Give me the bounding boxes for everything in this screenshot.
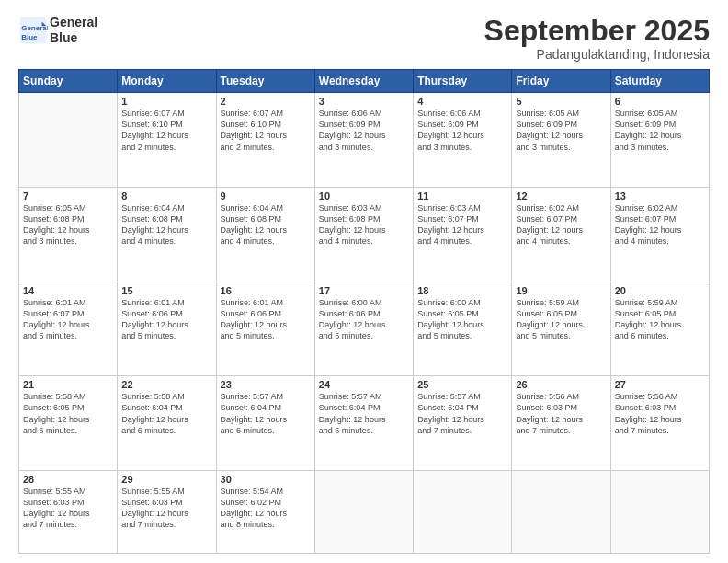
day-number: 18 (417, 285, 507, 296)
day-number: 15 (121, 285, 211, 296)
day-number: 7 (23, 190, 113, 201)
day-detail: Sunrise: 6:03 AM Sunset: 6:07 PM Dayligh… (417, 202, 507, 247)
calendar-cell (414, 471, 512, 554)
calendar-cell: 5Sunrise: 6:05 AM Sunset: 6:09 PM Daylig… (512, 93, 610, 188)
day-number: 4 (417, 96, 507, 107)
day-detail: Sunrise: 5:58 AM Sunset: 6:04 PM Dayligh… (121, 391, 211, 436)
day-detail: Sunrise: 6:05 AM Sunset: 6:08 PM Dayligh… (23, 202, 113, 247)
day-number: 27 (615, 379, 705, 390)
day-number: 26 (516, 379, 606, 390)
day-number: 30 (221, 474, 311, 485)
day-number: 3 (319, 96, 409, 107)
day-number: 10 (319, 190, 409, 201)
calendar-cell: 21Sunrise: 5:58 AM Sunset: 6:05 PM Dayli… (19, 376, 118, 471)
calendar-cell: 17Sunrise: 6:00 AM Sunset: 6:06 PM Dayli… (314, 282, 413, 376)
calendar-week-row: 14Sunrise: 6:01 AM Sunset: 6:07 PM Dayli… (19, 282, 710, 376)
day-number: 6 (615, 96, 705, 107)
day-detail: Sunrise: 6:06 AM Sunset: 6:09 PM Dayligh… (319, 108, 409, 153)
calendar-cell: 28Sunrise: 5:55 AM Sunset: 6:03 PM Dayli… (19, 471, 118, 554)
calendar-week-row: 7Sunrise: 6:05 AM Sunset: 6:08 PM Daylig… (19, 187, 710, 282)
day-number: 17 (319, 285, 409, 296)
calendar-cell: 25Sunrise: 5:57 AM Sunset: 6:04 PM Dayli… (414, 376, 512, 471)
header: General Blue General Blue September 2025… (18, 15, 710, 62)
day-number: 16 (221, 285, 311, 296)
day-detail: Sunrise: 5:54 AM Sunset: 6:02 PM Dayligh… (221, 486, 311, 531)
logo-text-line1: General (50, 15, 97, 30)
weekday-header-sunday: Sunday (19, 70, 118, 93)
day-number: 8 (121, 190, 211, 201)
calendar-cell: 24Sunrise: 5:57 AM Sunset: 6:04 PM Dayli… (314, 376, 413, 471)
day-number: 20 (615, 285, 705, 296)
calendar-cell: 16Sunrise: 6:01 AM Sunset: 6:06 PM Dayli… (216, 282, 314, 376)
calendar-cell: 4Sunrise: 6:06 AM Sunset: 6:09 PM Daylig… (414, 93, 512, 188)
day-detail: Sunrise: 6:02 AM Sunset: 6:07 PM Dayligh… (615, 202, 705, 247)
calendar-cell: 10Sunrise: 6:03 AM Sunset: 6:08 PM Dayli… (314, 187, 413, 282)
day-detail: Sunrise: 5:59 AM Sunset: 6:05 PM Dayligh… (516, 297, 606, 342)
calendar-week-row: 1Sunrise: 6:07 AM Sunset: 6:10 PM Daylig… (19, 93, 710, 188)
day-detail: Sunrise: 6:00 AM Sunset: 6:05 PM Dayligh… (417, 297, 507, 342)
day-detail: Sunrise: 5:55 AM Sunset: 6:03 PM Dayligh… (23, 486, 113, 531)
day-number: 11 (417, 190, 507, 201)
calendar-week-row: 28Sunrise: 5:55 AM Sunset: 6:03 PM Dayli… (19, 471, 710, 554)
calendar-cell: 8Sunrise: 6:04 AM Sunset: 6:08 PM Daylig… (118, 187, 216, 282)
calendar-week-row: 21Sunrise: 5:58 AM Sunset: 6:05 PM Dayli… (19, 376, 710, 471)
day-detail: Sunrise: 5:55 AM Sunset: 6:03 PM Dayligh… (121, 486, 211, 531)
day-detail: Sunrise: 6:00 AM Sunset: 6:06 PM Dayligh… (319, 297, 409, 342)
day-number: 1 (121, 96, 211, 107)
calendar-cell: 9Sunrise: 6:04 AM Sunset: 6:08 PM Daylig… (216, 187, 314, 282)
calendar-cell (314, 471, 413, 554)
day-number: 24 (319, 379, 409, 390)
day-number: 22 (121, 379, 211, 390)
day-detail: Sunrise: 6:05 AM Sunset: 6:09 PM Dayligh… (615, 108, 705, 153)
day-number: 25 (417, 379, 507, 390)
day-number: 13 (615, 190, 705, 201)
calendar-cell: 22Sunrise: 5:58 AM Sunset: 6:04 PM Dayli… (118, 376, 216, 471)
subtitle: Padangulaktanding, Indonesia (484, 47, 710, 62)
page: General Blue General Blue September 2025… (0, 0, 728, 563)
calendar-cell: 18Sunrise: 6:00 AM Sunset: 6:05 PM Dayli… (414, 282, 512, 376)
logo: General Blue General Blue (18, 15, 97, 46)
calendar-cell: 7Sunrise: 6:05 AM Sunset: 6:08 PM Daylig… (19, 187, 118, 282)
calendar-cell (610, 471, 709, 554)
calendar-table: SundayMondayTuesdayWednesdayThursdayFrid… (18, 69, 710, 554)
day-detail: Sunrise: 5:56 AM Sunset: 6:03 PM Dayligh… (615, 391, 705, 436)
weekday-header-monday: Monday (118, 70, 216, 93)
day-detail: Sunrise: 5:56 AM Sunset: 6:03 PM Dayligh… (516, 391, 606, 436)
svg-text:Blue: Blue (21, 32, 38, 40)
day-detail: Sunrise: 5:57 AM Sunset: 6:04 PM Dayligh… (319, 391, 409, 436)
calendar-cell: 26Sunrise: 5:56 AM Sunset: 6:03 PM Dayli… (512, 376, 610, 471)
day-number: 29 (121, 474, 211, 485)
calendar-cell: 15Sunrise: 6:01 AM Sunset: 6:06 PM Dayli… (118, 282, 216, 376)
calendar-cell: 20Sunrise: 5:59 AM Sunset: 6:05 PM Dayli… (610, 282, 709, 376)
logo-icon: General Blue (18, 16, 48, 45)
day-detail: Sunrise: 6:04 AM Sunset: 6:08 PM Dayligh… (121, 202, 211, 247)
day-detail: Sunrise: 5:57 AM Sunset: 6:04 PM Dayligh… (417, 391, 507, 436)
logo-text-line2: Blue (50, 30, 97, 46)
calendar-cell: 3Sunrise: 6:06 AM Sunset: 6:09 PM Daylig… (314, 93, 413, 188)
day-detail: Sunrise: 5:59 AM Sunset: 6:05 PM Dayligh… (615, 297, 705, 342)
calendar-cell: 19Sunrise: 5:59 AM Sunset: 6:05 PM Dayli… (512, 282, 610, 376)
day-detail: Sunrise: 6:07 AM Sunset: 6:10 PM Dayligh… (121, 108, 211, 153)
day-detail: Sunrise: 5:58 AM Sunset: 6:05 PM Dayligh… (23, 391, 113, 436)
weekday-header-tuesday: Tuesday (216, 70, 314, 93)
day-number: 9 (221, 190, 311, 201)
day-detail: Sunrise: 5:57 AM Sunset: 6:04 PM Dayligh… (221, 391, 311, 436)
day-detail: Sunrise: 6:01 AM Sunset: 6:07 PM Dayligh… (23, 297, 113, 342)
weekday-header-wednesday: Wednesday (314, 70, 413, 93)
calendar-cell: 14Sunrise: 6:01 AM Sunset: 6:07 PM Dayli… (19, 282, 118, 376)
calendar-cell: 11Sunrise: 6:03 AM Sunset: 6:07 PM Dayli… (414, 187, 512, 282)
weekday-header-thursday: Thursday (414, 70, 512, 93)
calendar-cell: 13Sunrise: 6:02 AM Sunset: 6:07 PM Dayli… (610, 187, 709, 282)
day-number: 2 (221, 96, 311, 107)
day-number: 28 (23, 474, 113, 485)
title-block: September 2025 Padangulaktanding, Indone… (484, 15, 710, 62)
day-number: 14 (23, 285, 113, 296)
day-detail: Sunrise: 6:04 AM Sunset: 6:08 PM Dayligh… (221, 202, 311, 247)
calendar-cell (512, 471, 610, 554)
calendar-cell: 23Sunrise: 5:57 AM Sunset: 6:04 PM Dayli… (216, 376, 314, 471)
day-number: 19 (516, 285, 606, 296)
month-title: September 2025 (484, 15, 710, 47)
day-number: 21 (23, 379, 113, 390)
calendar-cell: 27Sunrise: 5:56 AM Sunset: 6:03 PM Dayli… (610, 376, 709, 471)
day-number: 23 (221, 379, 311, 390)
